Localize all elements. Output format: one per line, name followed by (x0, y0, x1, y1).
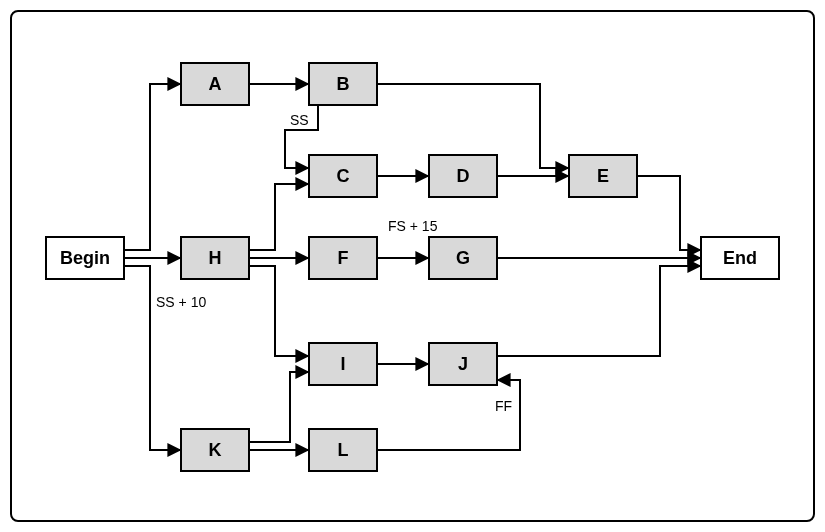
node-k: K (180, 428, 250, 472)
edge-label-ss: SS (290, 112, 309, 128)
edge-label-ff: FF (495, 398, 512, 414)
node-label: F (338, 248, 349, 269)
node-a: A (180, 62, 250, 106)
node-label: G (456, 248, 470, 269)
diagram-frame (10, 10, 815, 522)
node-label: E (597, 166, 609, 187)
node-label: L (338, 440, 349, 461)
node-label: A (209, 74, 222, 95)
node-label: D (457, 166, 470, 187)
node-begin: Begin (45, 236, 125, 280)
node-f: F (308, 236, 378, 280)
node-label: End (723, 248, 757, 269)
node-j: J (428, 342, 498, 386)
node-label: K (209, 440, 222, 461)
node-label: I (340, 354, 345, 375)
node-label: C (337, 166, 350, 187)
edge-label-ss10: SS + 10 (156, 294, 206, 310)
edge-label-fs15: FS + 15 (388, 218, 437, 234)
node-g: G (428, 236, 498, 280)
node-label: B (337, 74, 350, 95)
node-b: B (308, 62, 378, 106)
node-d: D (428, 154, 498, 198)
node-c: C (308, 154, 378, 198)
node-label: J (458, 354, 468, 375)
node-e: E (568, 154, 638, 198)
node-end: End (700, 236, 780, 280)
node-i: I (308, 342, 378, 386)
node-h: H (180, 236, 250, 280)
node-label: H (209, 248, 222, 269)
node-label: Begin (60, 248, 110, 269)
node-l: L (308, 428, 378, 472)
